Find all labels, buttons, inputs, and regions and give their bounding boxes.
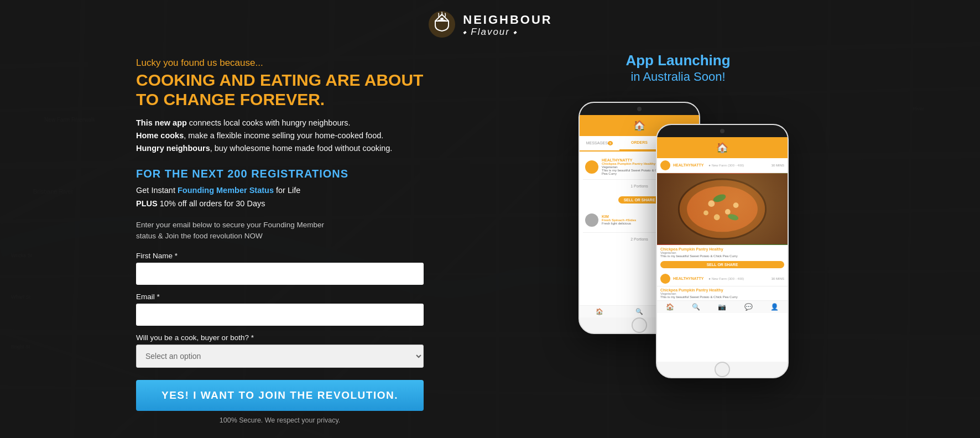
svg-point-41 <box>703 210 708 215</box>
front-nav-profile: 👤 <box>770 303 779 311</box>
founding-post: for Life <box>274 186 300 195</box>
front-user-bar: HEALTHYNATTY ● New Farm (300 - 400) 30 M… <box>657 158 788 173</box>
svg-point-38 <box>725 209 731 215</box>
front-location: ● New Farm (300 - 400) <box>708 164 744 167</box>
logo-icon-container <box>428 10 456 41</box>
for-next-label: FOR THE NEXT 200 REGISTRATIONS <box>136 168 424 180</box>
phone-front-shell: 🏠 HEALTHYNATTY ● New Farm (300 - 400) 30… <box>656 124 789 378</box>
phones-container: 🏠 MESSAGES 9 ORDERS ACTIVITY <box>567 96 789 384</box>
header: NEIGHBOUR Flavour <box>428 0 552 46</box>
front-location-2: ● New Farm (300 - 400) <box>708 277 744 280</box>
front-nav-camera: 📷 <box>718 303 726 311</box>
desc-bold-1: This new app <box>136 118 187 127</box>
desc-rest-1: connects local cooks with hungry neighbo… <box>187 118 351 127</box>
front-app-header: 🏠 <box>657 137 788 158</box>
app-launching-banner: App Launching in Australia Soon! <box>625 52 730 85</box>
app-launching-sub: in Australia Soon! <box>625 69 730 85</box>
front-user-bar-2: HEALTHYNATTY ● New Farm (300 - 400) 30 M… <box>657 272 788 286</box>
front-dish-name-2: Chickpea Pumpkin Pantry Healthy <box>660 288 784 292</box>
enter-email-instructions: Enter your email below to secure your Fo… <box>136 220 424 242</box>
front-sell-btn[interactable]: SELL OR SHARE <box>660 261 784 268</box>
front-dish-info: Chickpea Pumpkin Pantry Healthy Vegetari… <box>657 245 788 259</box>
signup-form: First Name * Email * Will you be a cook,… <box>136 252 424 424</box>
svg-point-35 <box>679 179 765 239</box>
front-username: HEALTHYNATTY <box>673 163 703 167</box>
role-group: Will you be a cook, buyer or both? * Sel… <box>136 333 424 368</box>
desc-bold-2: Home cooks <box>136 131 184 140</box>
logo-name: NEIGHBOUR <box>463 13 552 27</box>
desc-rest-3: , buy wholesome home made food without c… <box>210 144 393 153</box>
nav-icon-home: 🏠 <box>596 308 603 315</box>
svg-point-44 <box>679 179 765 239</box>
role-label: Will you be a cook, buyer or both? * <box>136 333 424 342</box>
phone-front-screen: 🏠 HEALTHYNATTY ● New Farm (300 - 400) 30… <box>657 137 788 362</box>
logo-tagline: Flavour <box>463 27 518 38</box>
camera-dot <box>637 107 642 111</box>
front-nav-home: 🏠 <box>666 303 674 311</box>
privacy-text: 100% Secure. We respect your privacy. <box>136 416 424 424</box>
first-name-label: First Name * <box>136 252 424 260</box>
desc-rest-2: , make a flexible income selling your ho… <box>184 131 383 140</box>
desc-bold-3: Hungry neighbours <box>136 144 210 153</box>
nav-icon-search: 🔍 <box>635 308 643 315</box>
plus-label: PLUS <box>136 199 158 208</box>
page-content: NEIGHBOUR Flavour Lucky you found us bec… <box>0 0 980 438</box>
submit-button[interactable]: YES! I WANT TO JOIN THE REVOLUTION. <box>136 380 424 411</box>
first-name-group: First Name * <box>136 252 424 285</box>
front-dish-desc: This is my beautiful Sweet Potato & Chic… <box>660 254 784 258</box>
front-username-2: HEALTHYNATTY <box>673 277 703 280</box>
tagline-small: Lucky you found us because... <box>136 58 424 69</box>
tab-orders[interactable]: ORDERS <box>619 136 659 150</box>
founding-pre: Get Instant <box>136 186 178 195</box>
front-camera-dot <box>720 129 724 133</box>
role-select[interactable]: Select an option Cook Buyer Both <box>136 345 424 368</box>
svg-rect-33 <box>440 18 444 19</box>
avatar-2 <box>585 213 598 227</box>
front-dish-info-2: Chickpea Pumpkin Pantry Healthy Vegetari… <box>657 286 788 300</box>
svg-point-40 <box>733 202 739 208</box>
email-input[interactable] <box>136 304 424 326</box>
front-dish-desc-2: This is my beautiful Sweet Potato & Chic… <box>660 295 784 299</box>
home-button-back[interactable] <box>632 317 647 333</box>
front-nav-message: 💬 <box>744 303 753 311</box>
main-area: Lucky you found us because... COOKING an… <box>103 46 877 438</box>
description-block: This new app connects local cooks with h… <box>136 117 424 155</box>
phone-front: 🏠 HEALTHYNATTY ● New Farm (300 - 400) 30… <box>656 124 789 378</box>
phone-front-home-bar <box>657 362 788 377</box>
front-nav-search: 🔍 <box>692 303 700 311</box>
email-group: Email * <box>136 293 424 326</box>
svg-point-37 <box>708 200 715 207</box>
avatar-1 <box>585 160 598 174</box>
svg-point-43 <box>727 213 739 221</box>
front-avatar-2 <box>660 274 670 284</box>
tab-messages[interactable]: MESSAGES 9 <box>580 136 619 150</box>
svg-point-42 <box>712 193 727 204</box>
svg-rect-34 <box>657 174 788 244</box>
founding-link[interactable]: Founding Member Status <box>178 186 274 195</box>
plus-rest: 10% off all orders for 30 Days <box>158 199 265 208</box>
front-dish-name: Chickpea Pumpkin Pantry Healthy <box>660 247 784 251</box>
front-time-2: 30 MINS <box>772 277 784 280</box>
main-headline: COOKING and EATING are about to change f… <box>136 71 424 109</box>
app-home-icon: 🏠 <box>633 119 645 132</box>
svg-point-36 <box>687 186 758 232</box>
first-name-input[interactable] <box>136 263 424 285</box>
front-bottom-bar: 🏠 🔍 📷 💬 👤 <box>657 300 788 313</box>
phone-front-notch <box>657 125 788 137</box>
front-time: 30 MINS <box>772 164 784 167</box>
svg-point-39 <box>714 214 720 220</box>
sell-share-btn[interactable]: SELL OR SHARE <box>618 196 661 204</box>
front-avatar <box>660 160 670 170</box>
home-button-front[interactable] <box>715 362 730 377</box>
phone-back-notch <box>580 103 699 115</box>
app-launching-title: App Launching <box>625 52 730 69</box>
email-label: Email * <box>136 293 424 301</box>
right-column: App Launching in Australia Soon! 🏠 <box>512 46 844 384</box>
left-column: Lucky you found us because... COOKING an… <box>136 46 424 424</box>
logo-text: NEIGHBOUR Flavour <box>463 13 552 38</box>
food-hero-image <box>657 173 788 245</box>
front-home-icon: 🏠 <box>716 142 728 154</box>
founding-member-text: Get Instant Founding Member Status for L… <box>136 184 424 211</box>
